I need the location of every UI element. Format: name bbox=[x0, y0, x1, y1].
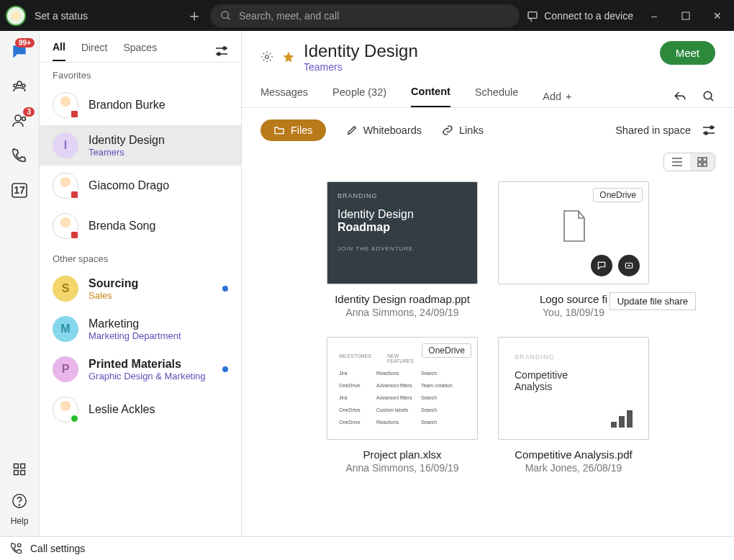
svg-rect-10 bbox=[14, 464, 19, 469]
svg-rect-3 bbox=[682, 12, 689, 19]
search-icon bbox=[220, 10, 232, 22]
item-title: Marketing bbox=[89, 317, 181, 330]
rail-calendar[interactable]: 17 bbox=[9, 179, 30, 201]
link-icon bbox=[442, 125, 453, 136]
rail-chat[interactable]: 99+ bbox=[9, 41, 30, 63]
svg-point-25 bbox=[710, 126, 713, 129]
search-placeholder: Search, meet, and call bbox=[239, 10, 339, 22]
file-card-logo[interactable]: OneDrive Update file share Logo source f… bbox=[497, 181, 650, 318]
space-item-printed[interactable]: P Printed MaterialsGraphic Design & Mark… bbox=[40, 349, 241, 389]
gear-icon[interactable] bbox=[260, 50, 273, 63]
tab-schedule[interactable]: Schedule bbox=[475, 86, 518, 107]
svg-point-7 bbox=[15, 115, 21, 121]
pencil-icon bbox=[346, 125, 358, 136]
reply-icon[interactable] bbox=[674, 90, 687, 103]
space-item-giacomo[interactable]: Giacomo Drago bbox=[40, 166, 241, 206]
space-subtitle[interactable]: Teamers bbox=[304, 61, 418, 73]
avatar bbox=[53, 92, 78, 118]
spaces-tabs: All Direct Spaces bbox=[40, 31, 241, 63]
rail-calls[interactable] bbox=[9, 145, 30, 166]
connect-device-button[interactable]: Connect to a device bbox=[527, 10, 633, 22]
plus-icon: + bbox=[566, 91, 571, 102]
file-card-roadmap[interactable]: BRANDING Identity Design Roadmap JOIN TH… bbox=[326, 181, 479, 318]
item-title: Leslie Ackles bbox=[89, 403, 155, 416]
space-item-leslie[interactable]: Leslie Ackles bbox=[40, 389, 241, 430]
call-settings[interactable]: Call settings bbox=[30, 543, 85, 554]
item-title: Sourcing bbox=[89, 277, 138, 290]
view-grid[interactable] bbox=[690, 153, 715, 171]
onedrive-badge: OneDrive bbox=[422, 343, 471, 358]
new-button[interactable]: ＋ bbox=[184, 6, 204, 26]
space-title: Identity Design bbox=[304, 41, 418, 61]
pill-whiteboards[interactable]: Whiteboards bbox=[346, 125, 422, 136]
shared-in-space[interactable]: Shared in space bbox=[615, 125, 691, 136]
rail-apps[interactable] bbox=[9, 459, 30, 480]
file-name: Project plan.xlsx bbox=[363, 448, 441, 461]
tab-all[interactable]: All bbox=[53, 41, 65, 61]
rail-contacts[interactable]: 3 bbox=[9, 110, 30, 132]
bars-icon bbox=[611, 409, 635, 428]
space-header: Identity Design Teamers Meet bbox=[242, 31, 734, 73]
view-toggle bbox=[663, 153, 715, 171]
rail-teams[interactable] bbox=[9, 76, 30, 97]
pill-links[interactable]: Links bbox=[442, 125, 484, 136]
svg-rect-33 bbox=[703, 163, 707, 166]
message-action[interactable] bbox=[591, 255, 612, 276]
star-icon[interactable] bbox=[282, 50, 295, 63]
space-item-identity-design[interactable]: I Identity DesignTeamers bbox=[40, 125, 241, 166]
space-item-brenda[interactable]: Brenda Song bbox=[40, 206, 241, 246]
tab-add[interactable]: Add + bbox=[543, 91, 571, 102]
svg-rect-13 bbox=[21, 471, 25, 475]
avatar: P bbox=[53, 356, 78, 382]
sliders-icon[interactable] bbox=[702, 125, 715, 135]
space-tabs: Messages People (32) Content Schedule Ad… bbox=[242, 73, 734, 108]
item-title: Identity Design bbox=[89, 134, 165, 147]
svg-point-21 bbox=[704, 91, 712, 99]
minimize-button[interactable]: – bbox=[643, 10, 665, 22]
svg-point-8 bbox=[22, 117, 26, 121]
svg-point-5 bbox=[14, 84, 17, 87]
share-icon bbox=[624, 261, 634, 271]
file-thumb: BRANDING Identity Design Roadmap JOIN TH… bbox=[327, 181, 478, 284]
svg-rect-2 bbox=[528, 12, 537, 18]
tab-people[interactable]: People (32) bbox=[332, 86, 386, 107]
presence-dnd-icon bbox=[70, 109, 79, 119]
list-icon bbox=[671, 157, 683, 167]
space-item-marketing[interactable]: M MarketingMarketing Department bbox=[40, 309, 241, 349]
user-avatar[interactable] bbox=[6, 6, 26, 26]
meet-button[interactable]: Meet bbox=[660, 41, 715, 65]
content-area: Identity Design Teamers Meet Messages Pe… bbox=[242, 31, 734, 536]
tab-spaces[interactable]: Spaces bbox=[123, 42, 157, 60]
close-button[interactable]: ✕ bbox=[707, 10, 728, 22]
pill-files[interactable]: Files bbox=[260, 119, 326, 141]
space-item-sourcing[interactable]: S SourcingSales bbox=[40, 268, 241, 309]
filter-toggle[interactable] bbox=[215, 46, 228, 56]
item-title: Printed Materials bbox=[89, 358, 206, 371]
share-action[interactable] bbox=[618, 255, 640, 276]
tooltip-update-share: Update file share bbox=[610, 292, 696, 310]
maximize-button[interactable] bbox=[675, 12, 697, 20]
file-card-competitive[interactable]: BRANDING Competitive Analysis Competitiv… bbox=[497, 337, 650, 474]
file-card-projectplan[interactable]: OneDrive MILESTONESNEW FEATURESIMPROVEME… bbox=[326, 337, 479, 474]
view-list[interactable] bbox=[664, 153, 690, 171]
avatar bbox=[53, 213, 78, 239]
svg-rect-30 bbox=[698, 158, 702, 161]
tab-direct[interactable]: Direct bbox=[81, 42, 108, 60]
file-meta: Mark Jones, 26/08/19 bbox=[525, 462, 622, 474]
file-name: Competitive Analysis.pdf bbox=[515, 448, 632, 461]
search-input[interactable]: Search, meet, and call bbox=[210, 4, 520, 27]
svg-point-20 bbox=[266, 55, 269, 59]
titlebar: Set a status ＋ Search, meet, and call Co… bbox=[0, 0, 734, 31]
set-status[interactable]: Set a status bbox=[35, 10, 178, 22]
file-thumb: OneDrive bbox=[498, 181, 649, 284]
search-icon[interactable] bbox=[702, 90, 715, 103]
space-item-brandon[interactable]: Brandon Burke bbox=[40, 85, 241, 125]
avatar: S bbox=[53, 276, 78, 302]
tab-messages[interactable]: Messages bbox=[260, 86, 308, 107]
svg-rect-11 bbox=[21, 464, 25, 469]
svg-point-19 bbox=[217, 53, 220, 55]
rail-help[interactable] bbox=[9, 490, 30, 512]
tab-content[interactable]: Content bbox=[411, 86, 450, 107]
sliders-icon bbox=[215, 46, 228, 56]
svg-rect-37 bbox=[627, 410, 633, 428]
